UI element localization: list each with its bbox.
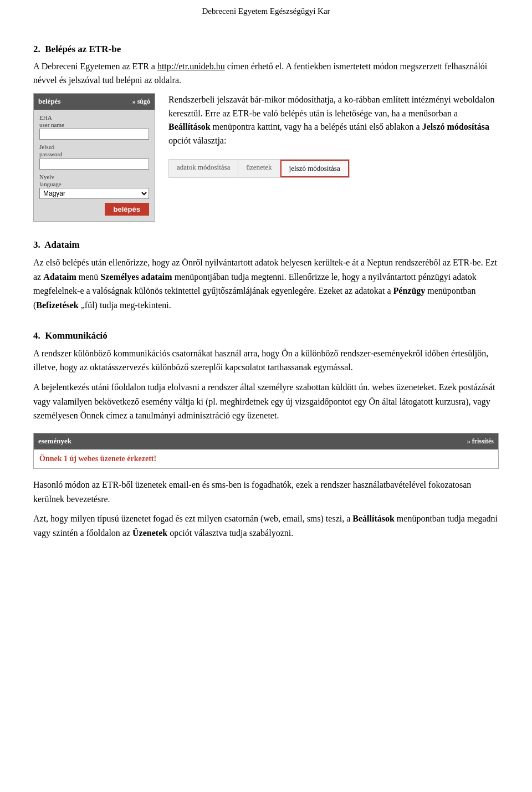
events-box-body: Önnek 1 új webes üzenete érkezett! bbox=[34, 449, 498, 468]
login-box-header: belépés » súgó bbox=[34, 94, 155, 110]
section-3-para1: Az első belépés után ellenőrizze, hogy a… bbox=[33, 256, 499, 312]
password-row: Jelszópassword bbox=[39, 144, 149, 170]
login-box-wrap: belépés » súgó EHAuser name Jelszópasswo… bbox=[33, 93, 155, 222]
section-4-para3: Hasonló módon az ETR-ből üzenetek email-… bbox=[33, 478, 499, 506]
page-header: Debreceni Egyetem Egészségügyi Kar bbox=[33, 0, 499, 26]
section-4-para2: A bejelentkezés utáni főoldalon tudja el… bbox=[33, 380, 499, 423]
login-box-label: belépés bbox=[38, 96, 60, 108]
password-label: Jelszópassword bbox=[39, 144, 149, 158]
right-para1: Rendszerbeli jelszavát bár-mikor módosít… bbox=[168, 93, 499, 148]
two-col-layout: belépés » súgó EHAuser name Jelszópasswo… bbox=[33, 93, 499, 222]
section-4-title: 4. Kommunikáció bbox=[33, 328, 499, 343]
language-row: Nyelvlanguage Magyar bbox=[39, 173, 149, 200]
right-col: Rendszerbeli jelszavát bár-mikor módosít… bbox=[168, 93, 499, 178]
login-btn-row: belépés bbox=[39, 203, 149, 216]
etr-link[interactable]: http://etr.unideb.hu bbox=[157, 62, 225, 71]
section-2-title: 2. Belépés az ETR-be bbox=[33, 42, 499, 57]
section-3: 3. Adataim Az első belépés után ellenőri… bbox=[33, 237, 499, 313]
header-title: Debreceni Egyetem Egészségügyi Kar bbox=[202, 7, 330, 16]
section-3-title: 3. Adataim bbox=[33, 237, 499, 252]
username-input[interactable] bbox=[39, 129, 149, 140]
section-2-intro: A Debreceni Egyetemen az ETR a http://et… bbox=[33, 60, 499, 88]
events-refresh-link[interactable]: » frissítés bbox=[467, 436, 494, 447]
login-help-link[interactable]: » súgó bbox=[132, 96, 150, 107]
login-box: belépés » súgó EHAuser name Jelszópasswo… bbox=[33, 93, 155, 222]
tab-uzenetek[interactable]: üzenetek bbox=[238, 160, 280, 177]
username-label: EHAuser name bbox=[39, 114, 149, 129]
section-4-para4: Azt, hogy milyen típusú üzenetet fogad é… bbox=[33, 512, 499, 540]
tab-adatok[interactable]: adatok módosítása bbox=[169, 160, 238, 177]
events-box-label: események bbox=[38, 436, 71, 447]
language-label: Nyelvlanguage bbox=[39, 173, 149, 188]
events-box: események » frissítés Önnek 1 új webes ü… bbox=[33, 433, 499, 469]
section-4-para1: A rendszer különböző kommunikációs csato… bbox=[33, 346, 499, 375]
login-box-body: EHAuser name Jelszópassword Nyelvlanguag… bbox=[34, 110, 155, 222]
section-4: 4. Kommunikáció A rendszer különböző kom… bbox=[33, 328, 499, 540]
language-select[interactable]: Magyar bbox=[39, 188, 149, 199]
tabs-bar: adatok módosítása üzenetek jelszó módosí… bbox=[168, 159, 350, 178]
section-2: 2. Belépés az ETR-be A Debreceni Egyetem… bbox=[33, 42, 499, 222]
events-message: Önnek 1 új webes üzenete érkezett! bbox=[39, 454, 156, 463]
login-button[interactable]: belépés bbox=[105, 203, 149, 216]
username-row: EHAuser name bbox=[39, 114, 149, 141]
tab-jelszo[interactable]: jelszó módosítása bbox=[280, 160, 349, 177]
events-box-header: események » frissítés bbox=[34, 433, 498, 449]
password-input[interactable] bbox=[39, 159, 149, 170]
